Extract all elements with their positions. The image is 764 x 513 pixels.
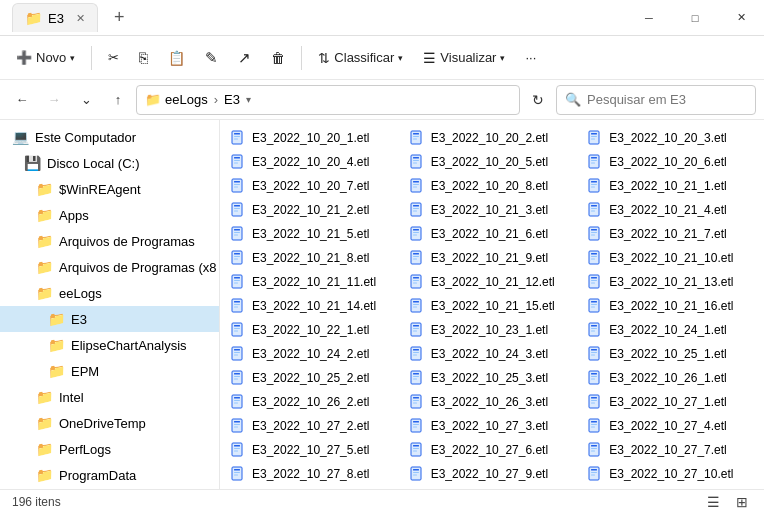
file-item[interactable]: E3_2022_10_21_5.etl <box>224 222 403 246</box>
sort-button[interactable]: ⇅ Classificar ▾ <box>310 42 411 74</box>
paste-button[interactable]: 📋 <box>160 42 193 74</box>
file-item[interactable]: E3_2022_10_21_4.etl <box>581 198 760 222</box>
sidebar-item-apps[interactable]: 📁Apps <box>0 202 219 228</box>
search-box[interactable]: 🔍 <box>556 85 756 115</box>
minimize-button[interactable]: ─ <box>626 0 672 36</box>
file-item[interactable]: E3_2022_10_27_1.etl <box>581 390 760 414</box>
file-item[interactable]: E3_2022_10_25_2.etl <box>224 366 403 390</box>
file-name: E3_2022_10_21_5.etl <box>252 227 369 241</box>
delete-button[interactable]: 🗑 <box>263 42 293 74</box>
svg-rect-47 <box>591 211 595 212</box>
close-button[interactable]: ✕ <box>718 0 764 36</box>
sidebar-item-programdata[interactable]: 📁ProgramData <box>0 462 219 488</box>
file-item[interactable]: E3_2022_10_27_6.etl <box>403 438 582 462</box>
file-item[interactable]: E3_2022_10_21_16.etl <box>581 294 760 318</box>
sidebar-item-$winreagent[interactable]: 📁$WinREAgent <box>0 176 219 202</box>
forward-button[interactable]: → <box>40 86 68 114</box>
file-item[interactable]: E3_2022_10_20_4.etl <box>224 150 403 174</box>
file-item[interactable]: E3_2022_10_27_3.etl <box>403 414 582 438</box>
more-button[interactable]: ··· <box>517 42 544 74</box>
file-item[interactable]: E3_2022_10_21_15.etl <box>403 294 582 318</box>
new-button[interactable]: ➕ Novo ▾ <box>8 42 83 74</box>
current-tab[interactable]: 📁 E3 ✕ <box>12 3 98 32</box>
sidebar-item-perflogs[interactable]: 📁PerfLogs <box>0 436 219 462</box>
file-item[interactable]: E3_2022_10_20_3.etl <box>581 126 760 150</box>
sidebar-item-label: Apps <box>59 208 89 223</box>
file-item[interactable]: E3_2022_10_21_2.etl <box>224 198 403 222</box>
file-item[interactable]: E3_2022_10_22_1.etl <box>224 318 403 342</box>
file-item[interactable]: E3_2022_10_21_12.etl <box>403 270 582 294</box>
maximize-button[interactable]: □ <box>672 0 718 36</box>
file-item[interactable]: E3_2022_10_21_10.etl <box>581 246 760 270</box>
file-name: E3_2022_10_21_13.etl <box>609 275 733 289</box>
sidebar-item-este-computador[interactable]: 💻Este Computador <box>0 124 219 150</box>
address-path[interactable]: 📁 eeLogs › E3 ▾ <box>136 85 520 115</box>
file-item[interactable]: E3_2022_10_26_1.etl <box>581 366 760 390</box>
file-item[interactable]: E3_2022_10_27_5.etl <box>224 438 403 462</box>
file-item[interactable]: E3_2022_10_20_1.etl <box>224 126 403 150</box>
view-button[interactable]: ☰ Visualizar ▾ <box>415 42 513 74</box>
up-button[interactable]: ↑ <box>104 86 132 114</box>
sidebar-item-intel[interactable]: 📁Intel <box>0 384 219 410</box>
file-item[interactable]: E3_2022_10_27_9.etl <box>403 462 582 486</box>
svg-rect-144 <box>232 419 242 432</box>
svg-rect-12 <box>232 155 242 168</box>
svg-rect-65 <box>413 253 419 255</box>
new-tab-button[interactable]: + <box>106 7 133 28</box>
window-controls: ─ □ ✕ <box>626 0 764 36</box>
file-item[interactable]: E3_2022_10_27_4.etl <box>581 414 760 438</box>
sidebar-item-e3[interactable]: 📁E3 <box>0 306 219 332</box>
file-item[interactable]: E3_2022_10_24_2.etl <box>224 342 403 366</box>
file-item[interactable]: E3_2022_10_21_6.etl <box>403 222 582 246</box>
file-item[interactable]: E3_2022_10_20_7.etl <box>224 174 403 198</box>
file-name: E3_2022_10_24_2.etl <box>252 347 369 361</box>
list-view-button[interactable]: ☰ <box>703 492 724 512</box>
svg-rect-13 <box>234 157 240 159</box>
file-item[interactable]: E3_2022_10_27_2.etl <box>224 414 403 438</box>
file-item[interactable]: E3_2022_10_21_7.etl <box>581 222 760 246</box>
file-item[interactable]: E3_2022_10_20_6.etl <box>581 150 760 174</box>
file-name: E3_2022_10_27_1.etl <box>609 395 726 409</box>
file-item[interactable]: E3_2022_10_21_11.etl <box>224 270 403 294</box>
rename-button[interactable]: ✎ <box>197 42 226 74</box>
sidebar-item-label: Disco Local (C:) <box>47 156 139 171</box>
file-item[interactable]: E3_2022_10_25_1.etl <box>581 342 760 366</box>
sidebar-item-disco-local-(c:)[interactable]: 💾Disco Local (C:) <box>0 150 219 176</box>
file-item[interactable]: E3_2022_10_23_1.etl <box>403 318 582 342</box>
cut-button[interactable]: ✂ <box>100 42 127 74</box>
file-item[interactable]: E3_2022_10_26_3.etl <box>403 390 582 414</box>
file-item[interactable]: E3_2022_10_21_14.etl <box>224 294 403 318</box>
copy-button[interactable]: ⎘ <box>131 42 156 74</box>
file-item[interactable]: E3_2022_10_24_3.etl <box>403 342 582 366</box>
sidebar-item-onedrivetemp[interactable]: 📁OneDriveTemp <box>0 410 219 436</box>
sidebar-item-elipsechartanalysis[interactable]: 📁ElipseChartAnalysis <box>0 332 219 358</box>
expand-button[interactable]: ⌄ <box>72 86 100 114</box>
sidebar-item-arquivos-de-programas-(x8[interactable]: 📁Arquivos de Programas (x8 <box>0 254 219 280</box>
file-item[interactable]: E3_2022_10_24_1.etl <box>581 318 760 342</box>
file-item[interactable]: E3_2022_10_20_8.etl <box>403 174 582 198</box>
sidebar-item-epm[interactable]: 📁EPM <box>0 358 219 384</box>
share-button[interactable]: ↗ <box>230 42 259 74</box>
svg-rect-138 <box>413 400 419 401</box>
file-item[interactable]: E3_2022_10_27_8.etl <box>224 462 403 486</box>
refresh-button[interactable]: ↻ <box>524 86 552 114</box>
tile-view-button[interactable]: ⊞ <box>732 492 752 512</box>
file-item[interactable]: E3_2022_10_20_2.etl <box>403 126 582 150</box>
file-item[interactable]: E3_2022_10_21_3.etl <box>403 198 582 222</box>
sidebar-item-arquivos-de-programas[interactable]: 📁Arquivos de Programas <box>0 228 219 254</box>
back-button[interactable]: ← <box>8 86 36 114</box>
file-item[interactable]: E3_2022_10_20_5.etl <box>403 150 582 174</box>
tab-close-button[interactable]: ✕ <box>76 12 85 25</box>
svg-rect-33 <box>591 181 597 183</box>
file-item[interactable]: E3_2022_10_25_3.etl <box>403 366 582 390</box>
file-item[interactable]: E3_2022_10_26_2.etl <box>224 390 403 414</box>
search-input[interactable] <box>587 92 755 107</box>
etl-icon <box>230 394 246 410</box>
file-item[interactable]: E3_2022_10_27_10.etl <box>581 462 760 486</box>
file-item[interactable]: E3_2022_10_21_13.etl <box>581 270 760 294</box>
file-item[interactable]: E3_2022_10_21_8.etl <box>224 246 403 270</box>
sidebar-item-eelogs[interactable]: 📁eeLogs <box>0 280 219 306</box>
file-item[interactable]: E3_2022_10_21_9.etl <box>403 246 582 270</box>
file-item[interactable]: E3_2022_10_21_1.etl <box>581 174 760 198</box>
file-item[interactable]: E3_2022_10_27_7.etl <box>581 438 760 462</box>
